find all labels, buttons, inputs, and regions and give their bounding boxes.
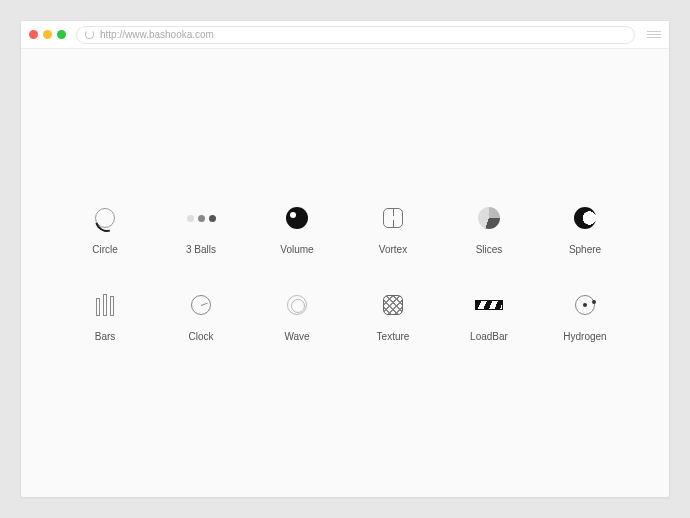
loader-wave[interactable]: Wave xyxy=(257,291,337,342)
refresh-icon[interactable] xyxy=(85,30,94,39)
sphere-icon xyxy=(574,207,596,229)
loader-volume[interactable]: Volume xyxy=(257,204,337,255)
loader-clock[interactable]: Clock xyxy=(161,291,241,342)
three-balls-icon xyxy=(187,215,216,222)
loader-bars[interactable]: Bars xyxy=(65,291,145,342)
loader-label: Bars xyxy=(95,331,116,342)
bars-icon xyxy=(96,294,114,316)
close-icon[interactable] xyxy=(29,30,38,39)
loader-label: Sphere xyxy=(569,244,601,255)
clock-icon xyxy=(191,295,211,315)
loader-label: Volume xyxy=(280,244,313,255)
volume-icon xyxy=(286,207,308,229)
wave-icon xyxy=(287,295,307,315)
hydrogen-icon xyxy=(575,295,595,315)
texture-icon xyxy=(383,295,403,315)
loader-grid: Circle 3 Balls Volume Vortex Slices Sphe xyxy=(65,204,625,342)
url-input[interactable] xyxy=(100,29,626,40)
loader-hydrogen[interactable]: Hydrogen xyxy=(545,291,625,342)
loader-label: 3 Balls xyxy=(186,244,216,255)
loader-texture[interactable]: Texture xyxy=(353,291,433,342)
vortex-icon xyxy=(383,208,403,228)
loader-label: LoadBar xyxy=(470,331,508,342)
loader-label: Texture xyxy=(377,331,410,342)
loader-label: Wave xyxy=(284,331,309,342)
slices-icon xyxy=(478,207,500,229)
circle-icon xyxy=(95,208,115,228)
hamburger-icon[interactable] xyxy=(647,31,661,38)
loader-label: Vortex xyxy=(379,244,407,255)
loader-3balls[interactable]: 3 Balls xyxy=(161,204,241,255)
browser-window: Circle 3 Balls Volume Vortex Slices Sphe xyxy=(20,20,670,498)
loader-label: Slices xyxy=(476,244,503,255)
loader-sphere[interactable]: Sphere xyxy=(545,204,625,255)
browser-titlebar xyxy=(21,21,669,49)
page-content: Circle 3 Balls Volume Vortex Slices Sphe xyxy=(21,49,669,497)
window-controls xyxy=(29,30,66,39)
loader-vortex[interactable]: Vortex xyxy=(353,204,433,255)
loader-loadbar[interactable]: LoadBar xyxy=(449,291,529,342)
loader-circle[interactable]: Circle xyxy=(65,204,145,255)
address-bar[interactable] xyxy=(76,26,635,44)
loadbar-icon xyxy=(475,300,503,310)
loader-label: Clock xyxy=(188,331,213,342)
loader-slices[interactable]: Slices xyxy=(449,204,529,255)
loader-label: Circle xyxy=(92,244,118,255)
zoom-icon[interactable] xyxy=(57,30,66,39)
loader-label: Hydrogen xyxy=(563,331,606,342)
minimize-icon[interactable] xyxy=(43,30,52,39)
